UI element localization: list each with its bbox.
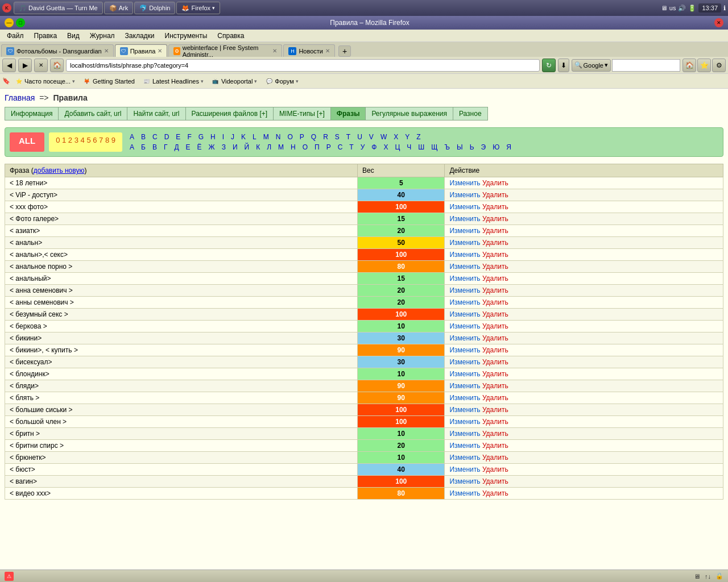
alpha-H[interactable]: H	[208, 132, 218, 142]
alpha-D[interactable]: D	[162, 132, 172, 142]
alpha-Z[interactable]: Z	[413, 132, 423, 142]
change-button[interactable]: Изменить	[449, 239, 480, 247]
alpha-В[interactable]: В	[150, 143, 160, 152]
delete-button[interactable]: Удалить	[482, 203, 508, 211]
alpha-A[interactable]: A	[127, 132, 137, 142]
stop-button[interactable]: ✕	[34, 59, 48, 72]
alpha-T[interactable]: T	[344, 132, 353, 142]
change-button[interactable]: Изменить	[449, 489, 480, 497]
page-tab-extensions[interactable]: Расширения файлов [+]	[186, 107, 274, 120]
change-button[interactable]: Изменить	[449, 430, 480, 438]
change-button[interactable]: Изменить	[449, 251, 480, 259]
delete-button[interactable]: Удалить	[482, 263, 508, 271]
refresh-button[interactable]: ↻	[542, 59, 556, 72]
delete-button[interactable]: Удалить	[482, 406, 508, 414]
bookmark-getting-started[interactable]: 🦊 Getting Started	[80, 76, 138, 86]
delete-button[interactable]: Удалить	[482, 310, 508, 318]
bookmark-headlines[interactable]: 📰 Latest Headlines ▾	[139, 76, 207, 86]
menu-edit[interactable]: Правка	[30, 31, 62, 41]
alpha-Y[interactable]: Y	[402, 132, 412, 142]
alpha-Ф[interactable]: Ф	[369, 143, 379, 152]
delete-button[interactable]: Удалить	[482, 191, 508, 199]
alpha-Ш[interactable]: Ш	[415, 143, 427, 152]
taskbar-app-ark[interactable]: 📦 Ark	[104, 2, 134, 14]
search-input[interactable]	[612, 59, 680, 72]
page-tab-add-site[interactable]: Добавить сайт, url	[59, 107, 127, 120]
alpha-K[interactable]: K	[238, 132, 249, 142]
alpha-O[interactable]: O	[284, 132, 295, 142]
alpha-Ж[interactable]: Ж	[206, 143, 218, 152]
change-button[interactable]: Изменить	[449, 454, 480, 462]
alpha-Ы[interactable]: Ы	[454, 143, 466, 152]
page-tab-mime[interactable]: MIME-типы [+]	[274, 107, 331, 120]
alpha-Щ[interactable]: Щ	[428, 143, 440, 152]
change-button[interactable]: Изменить	[449, 406, 480, 414]
delete-button[interactable]: Удалить	[482, 477, 508, 485]
alpha-N[interactable]: N	[273, 132, 284, 142]
alpha-E[interactable]: E	[173, 132, 183, 142]
alpha-I[interactable]: I	[220, 132, 227, 142]
alpha-F[interactable]: F	[184, 132, 194, 142]
maximize-button[interactable]: □	[16, 18, 25, 27]
change-button[interactable]: Изменить	[449, 442, 480, 450]
alpha-Э[interactable]: Э	[478, 143, 489, 152]
breadcrumb-home-link[interactable]: Главная	[5, 93, 35, 102]
alpha-Ъ[interactable]: Ъ	[442, 143, 453, 152]
taskbar-logo[interactable]: K	[2, 3, 11, 13]
delete-button[interactable]: Удалить	[482, 370, 508, 378]
alpha-Х[interactable]: Х	[380, 143, 391, 152]
forward-button[interactable]: ▶	[18, 59, 32, 72]
delete-button[interactable]: Удалить	[482, 334, 508, 342]
change-button[interactable]: Изменить	[449, 382, 480, 390]
alpha-С[interactable]: С	[335, 143, 346, 152]
page-tab-regex[interactable]: Регулярные выражения	[366, 107, 453, 120]
change-button[interactable]: Изменить	[449, 358, 480, 366]
delete-button[interactable]: Удалить	[482, 215, 508, 223]
delete-button[interactable]: Удалить	[482, 322, 508, 330]
change-button[interactable]: Изменить	[449, 263, 480, 271]
change-button[interactable]: Изменить	[449, 298, 480, 306]
alpha-M[interactable]: M	[260, 132, 272, 142]
alpha-all-button[interactable]: ALL	[10, 132, 44, 152]
delete-button[interactable]: Удалить	[482, 275, 508, 282]
alpha-Г[interactable]: Г	[161, 143, 171, 152]
delete-button[interactable]: Удалить	[482, 418, 508, 426]
alpha-J[interactable]: J	[228, 132, 237, 142]
alpha-L[interactable]: L	[250, 132, 259, 142]
menu-tools[interactable]: Инструменты	[160, 31, 212, 41]
url-bar[interactable]	[66, 59, 540, 72]
delete-button[interactable]: Удалить	[482, 346, 508, 354]
alpha-Ч[interactable]: Ч	[404, 143, 414, 152]
change-button[interactable]: Изменить	[449, 286, 480, 294]
delete-button[interactable]: Удалить	[482, 227, 508, 235]
alpha-Л[interactable]: Л	[264, 143, 274, 152]
browser-tab-rules[interactable]: 🛡 Правила ✕	[115, 44, 168, 57]
alpha-И[interactable]: И	[230, 143, 241, 152]
browser-tab-webinterface[interactable]: ⚙ webinterface | Free System Administr..…	[168, 44, 282, 57]
page-tab-info[interactable]: Информация	[5, 107, 59, 120]
menu-journal[interactable]: Журнал	[85, 31, 119, 41]
page-tab-find-site[interactable]: Найти сайт, url	[127, 107, 185, 120]
delete-button[interactable]: Удалить	[482, 382, 508, 390]
add-new-link[interactable]: добавить новую	[34, 167, 85, 174]
menu-file[interactable]: Файл	[2, 31, 28, 41]
delete-button[interactable]: Удалить	[482, 251, 508, 259]
delete-button[interactable]: Удалить	[482, 286, 508, 294]
alpha-G[interactable]: G	[196, 132, 206, 142]
change-button[interactable]: Изменить	[449, 191, 480, 199]
change-button[interactable]: Изменить	[449, 370, 480, 378]
change-button[interactable]: Изменить	[449, 477, 480, 485]
alpha-W[interactable]: W	[378, 132, 390, 142]
alpha-О[interactable]: О	[300, 143, 311, 152]
bookmark-chasto[interactable]: ⭐ Часто посеще... ▾	[11, 76, 78, 86]
alpha-Ц[interactable]: Ц	[392, 143, 403, 152]
delete-button[interactable]: Удалить	[482, 442, 508, 450]
change-button[interactable]: Изменить	[449, 203, 480, 211]
delete-button[interactable]: Удалить	[482, 394, 508, 402]
alpha-Б[interactable]: Б	[138, 143, 148, 152]
change-button[interactable]: Изменить	[449, 322, 480, 330]
home-button[interactable]: 🏠	[50, 59, 64, 72]
alpha-Д[interactable]: Д	[171, 143, 181, 152]
settings-icon-btn[interactable]: ⚙	[712, 59, 726, 72]
change-button[interactable]: Изменить	[449, 215, 480, 223]
